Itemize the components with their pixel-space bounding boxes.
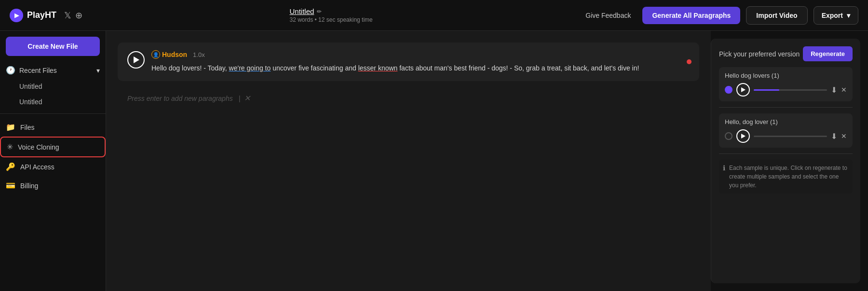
add-paragraph-hint: Press enter to add new paragraphs | ✕ (118, 87, 699, 110)
billing-label: Billing (20, 182, 38, 190)
add-hint-text: Press enter to add new paragraphs (127, 95, 233, 102)
api-icon: 🔑 (6, 162, 15, 171)
version-1-radio[interactable] (725, 86, 732, 94)
header-right: Give Feedback Generate All Paragraphs Im… (580, 6, 858, 25)
export-button[interactable]: Export ▾ (814, 6, 858, 25)
sidebar-item-files[interactable]: 📁 Files (0, 118, 106, 137)
version-item-2: Hello, dog lover (1) ⬇ ✕ (719, 113, 853, 148)
version-2-play-icon (741, 134, 746, 139)
version-2-label: Hello, dog lover (1) (725, 118, 847, 125)
version-2-radio[interactable] (725, 132, 732, 140)
version-item-1: Hello dog lovers (1) ⬇ ✕ (719, 67, 853, 101)
close-hint-button[interactable]: ✕ (244, 94, 250, 103)
panel-divider-2 (719, 153, 853, 154)
app-header: ▶ PlayHT 𝕏 ⊕ Untitled ✏ 32 words • 12 se… (0, 0, 868, 31)
version-1-controls: ⬇ ✕ (725, 83, 847, 97)
para-text-part1: Hello dog lovers! - Today, (151, 64, 229, 72)
twitter-icon[interactable]: 𝕏 (64, 10, 71, 21)
create-new-button[interactable]: Create New File (6, 37, 100, 56)
speed-badge[interactable]: 1.0x (193, 51, 205, 58)
panel-title: Pick your preferred version (719, 50, 800, 58)
voice-name[interactable]: 👤 Hudson (151, 50, 187, 59)
logo-icon: ▶ (10, 9, 23, 22)
folder-icon: 📁 (6, 123, 15, 132)
files-label: Files (20, 124, 35, 131)
header-center: Untitled ✏ 32 words • 12 sec speaking ti… (290, 7, 373, 23)
sidebar-item-api[interactable]: 🔑 API Access (0, 157, 106, 176)
billing-icon: 💳 (6, 181, 15, 190)
sidebar-item-billing[interactable]: 💳 Billing (0, 176, 106, 195)
right-panel: Pick your preferred version Regenerate H… (711, 39, 860, 283)
header-left: ▶ PlayHT 𝕏 ⊕ (10, 9, 82, 22)
generate-button[interactable]: Generate All Paragraphs (642, 7, 740, 24)
social-icons: 𝕏 ⊕ (64, 10, 82, 21)
info-icon: ℹ (723, 164, 725, 172)
recent-file-item[interactable]: Untitled (2, 79, 104, 94)
para-text-underline-blue: we're going to (229, 64, 271, 72)
chevron-down-icon: ▾ (96, 67, 100, 74)
version-1-play-button[interactable] (736, 83, 750, 97)
file-meta: 32 words • 12 sec speaking time (290, 16, 373, 23)
pipe-separator: | (239, 95, 241, 102)
paragraph-text[interactable]: Hello dog lovers! - Today, we're going t… (151, 63, 690, 73)
panel-divider (719, 107, 853, 108)
edit-icon[interactable]: ✏ (317, 8, 322, 15)
download-icon-2[interactable]: ⬇ (831, 132, 837, 141)
paragraph-end-dot (687, 59, 692, 64)
content-area: 👤 Hudson 1.0x Hello dog lovers! - Today,… (106, 31, 711, 291)
sidebar: Create New File 🕐 Recent Files ▾ Untitle… (0, 31, 106, 291)
paragraph-header: 👤 Hudson 1.0x (151, 50, 690, 59)
info-text: Each sample is unique. Click on regenera… (729, 164, 849, 190)
regenerate-button[interactable]: Regenerate (803, 46, 853, 61)
version-1-progress-fill (754, 89, 779, 91)
export-label: Export (822, 12, 843, 19)
sidebar-item-voice-cloning[interactable]: ✳ Voice Cloning (0, 137, 106, 157)
recent-files-label: Recent Files (19, 67, 57, 74)
main-layout: Create New File 🕐 Recent Files ▾ Untitle… (0, 31, 868, 291)
recent-files-toggle[interactable]: 🕐 Recent Files ▾ (0, 62, 106, 79)
file-title[interactable]: Untitled (290, 7, 314, 15)
discord-icon[interactable]: ⊕ (75, 10, 82, 21)
logo-text: PlayHT (27, 10, 56, 20)
voice-user-icon: 👤 (151, 50, 160, 59)
file-title-row: Untitled ✏ (290, 7, 322, 15)
sidebar-divider (0, 113, 106, 114)
version-2-controls: ⬇ ✕ (725, 129, 847, 143)
voice-cloning-label: Voice Cloning (18, 143, 59, 151)
para-text-part2: uncover five fascinating and (271, 64, 358, 72)
close-icon-2[interactable]: ✕ (841, 132, 847, 140)
version-1-label: Hello dog lovers (1) (725, 72, 847, 79)
version-1-progress[interactable] (754, 89, 827, 91)
chevron-down-icon: ▾ (847, 12, 850, 19)
play-triangle-icon (134, 56, 139, 63)
voice-cloning-icon: ✳ (7, 142, 13, 152)
download-icon-1[interactable]: ⬇ (831, 85, 837, 95)
clock-icon: 🕐 (6, 66, 15, 75)
paragraph-block: 👤 Hudson 1.0x Hello dog lovers! - Today,… (118, 42, 699, 81)
version-1-play-icon (741, 87, 746, 92)
panel-info: ℹ Each sample is unique. Click on regene… (719, 160, 853, 194)
para-text-underline-red: lesser known (358, 64, 398, 72)
panel-header: Pick your preferred version Regenerate (719, 46, 853, 61)
version-2-play-button[interactable] (736, 129, 750, 143)
import-button[interactable]: Import Video (746, 6, 807, 25)
api-label: API Access (20, 163, 54, 171)
feedback-button[interactable]: Give Feedback (580, 8, 637, 23)
version-2-progress[interactable] (754, 136, 827, 137)
recent-file-item[interactable]: Untitled (2, 94, 104, 110)
play-button[interactable] (127, 51, 145, 69)
close-icon-1[interactable]: ✕ (841, 86, 847, 94)
paragraph-content: 👤 Hudson 1.0x Hello dog lovers! - Today,… (151, 50, 690, 73)
logo: ▶ PlayHT (10, 9, 56, 22)
para-text-part3: facts about man's best friend - dogs! - … (397, 64, 639, 72)
